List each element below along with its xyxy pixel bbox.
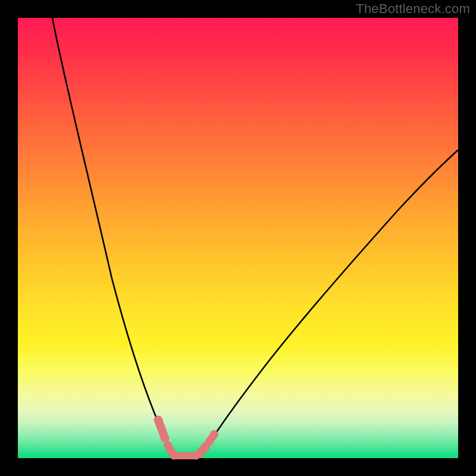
notch-markers-group bbox=[154, 416, 218, 459]
watermark-text: TheBottleneck.com bbox=[356, 1, 470, 17]
plot-area bbox=[18, 18, 458, 458]
curves-svg bbox=[18, 18, 458, 458]
svg-point-1 bbox=[154, 416, 162, 424]
svg-point-7 bbox=[170, 452, 177, 459]
svg-point-10 bbox=[196, 449, 204, 458]
left-curve-path bbox=[52, 18, 183, 457]
svg-point-13 bbox=[206, 438, 214, 446]
chart-container: TheBottleneck.com bbox=[0, 0, 476, 476]
svg-point-2 bbox=[161, 434, 169, 442]
svg-point-14 bbox=[211, 431, 218, 439]
right-curve-path bbox=[198, 150, 458, 457]
